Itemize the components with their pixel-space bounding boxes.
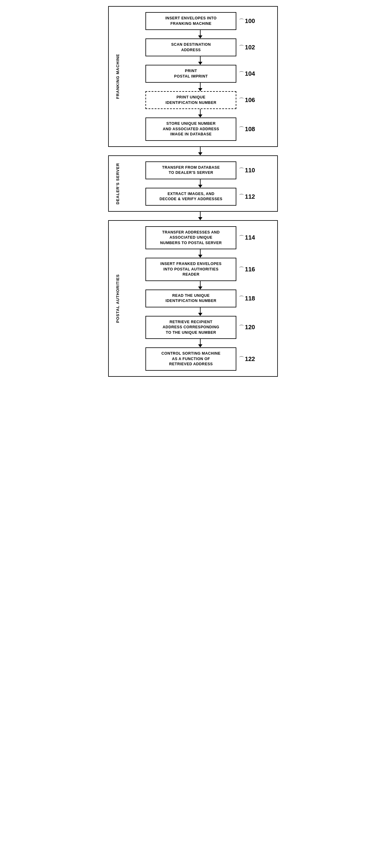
section-dealers-server: DEALER'S SERVERTRANSFER FROM DATABASE TO… [108, 155, 278, 212]
arrow-down [198, 185, 202, 188]
step-box-step-122: CONTROL SORTING MACHINE AS A FUNCTION OF… [145, 347, 236, 371]
step-ref-step-114: ⌒114 [239, 234, 255, 241]
connector-line [200, 281, 201, 286]
connector-line [200, 109, 201, 115]
step-number-step-108: 108 [245, 126, 255, 133]
connector-arrow [126, 179, 274, 188]
step-wrapper-step-120: RETRIEVE RECIPIENT ADDRESS CORRESPONDING… [126, 316, 274, 339]
connector-line [200, 212, 201, 217]
arrow-down [198, 217, 202, 220]
step-box-step-102: SCAN DESTINATION ADDRESS [145, 38, 236, 56]
tilde-icon: ⌒ [239, 44, 244, 51]
tilde-icon: ⌒ [239, 266, 244, 273]
connector-line [200, 307, 201, 313]
tilde-icon: ⌒ [239, 18, 244, 25]
step-ref-step-102: ⌒102 [239, 44, 255, 51]
step-box-step-120: RETRIEVE RECIPIENT ADDRESS CORRESPONDING… [145, 316, 236, 339]
step-box-step-118: READ THE UNIQUE IDENTIFICATION NUMBER [145, 289, 236, 307]
step-number-step-110: 110 [245, 167, 255, 174]
step-ref-step-110: ⌒110 [239, 166, 255, 174]
tilde-icon: ⌒ [239, 97, 244, 104]
connector-arrow [126, 83, 274, 91]
step-box-step-100: INSERT ENVELOPES INTO FRANKING MACHINE [145, 12, 236, 30]
steps-column-postal-authorities: TRANSFER ADDRESSES AND ASSOCIATED UNIQUE… [126, 226, 274, 371]
connector-arrow [126, 56, 274, 65]
step-wrapper-step-102: SCAN DESTINATION ADDRESS⌒102 [126, 38, 274, 56]
step-number-step-116: 116 [245, 266, 255, 273]
step-ref-step-100: ⌒100 [239, 18, 255, 25]
step-wrapper-step-122: CONTROL SORTING MACHINE AS A FUNCTION OF… [126, 347, 274, 371]
connector-arrow [126, 307, 274, 316]
arrow-down [198, 115, 202, 118]
step-wrapper-step-104: PRINT POSTAL IMPRINT⌒104 [126, 65, 274, 83]
step-wrapper-step-106: PRINT UNIQUE IDENTIFICATION NUMBER⌒106 [126, 91, 274, 109]
between-section-connector [108, 147, 278, 155]
step-ref-step-106: ⌒106 [239, 97, 255, 104]
arrow-down [198, 88, 202, 91]
step-box-step-112: EXTRACT IMAGES, AND DECODE & VERIFY ADDR… [145, 188, 236, 206]
tilde-icon: ⌒ [239, 295, 244, 302]
step-number-step-112: 112 [245, 193, 255, 200]
step-wrapper-step-110: TRANSFER FROM DATABASE TO DEALER'S SERVE… [126, 161, 274, 179]
connector-line [200, 83, 201, 88]
step-box-step-104: PRINT POSTAL IMPRINT [145, 65, 236, 83]
tilde-icon: ⌒ [239, 234, 244, 241]
connector-arrow [126, 109, 274, 118]
tilde-icon: ⌒ [239, 193, 244, 200]
step-box-step-110: TRANSFER FROM DATABASE TO DEALER'S SERVE… [145, 161, 236, 179]
step-number-step-118: 118 [245, 295, 255, 302]
arrow-down [198, 286, 202, 289]
step-ref-step-118: ⌒118 [239, 295, 255, 302]
step-ref-step-120: ⌒120 [239, 324, 255, 331]
connector-line [200, 147, 201, 152]
step-box-step-106: PRINT UNIQUE IDENTIFICATION NUMBER [145, 91, 236, 109]
step-ref-step-104: ⌒104 [239, 70, 255, 78]
step-number-step-114: 114 [245, 234, 255, 241]
tilde-icon: ⌒ [239, 324, 244, 331]
tilde-icon: ⌒ [239, 166, 244, 174]
section-franking-machine: FRANKING MACHINEINSERT ENVELOPES INTO FR… [108, 6, 278, 147]
connector-line [200, 56, 201, 62]
section-label-franking-machine: FRANKING MACHINE [112, 12, 123, 141]
step-number-step-106: 106 [245, 97, 255, 103]
step-wrapper-step-116: INSERT FRANKED ENVELOPES INTO POSTAL AUT… [126, 258, 274, 281]
step-wrapper-step-112: EXTRACT IMAGES, AND DECODE & VERIFY ADDR… [126, 188, 274, 206]
step-ref-step-112: ⌒112 [239, 193, 255, 200]
arrow-down [198, 35, 202, 38]
step-number-step-122: 122 [245, 355, 255, 363]
tilde-icon: ⌒ [239, 125, 244, 133]
arrow-down [198, 62, 202, 65]
step-wrapper-step-100: INSERT ENVELOPES INTO FRANKING MACHINE⌒1… [126, 12, 274, 30]
connector-line [200, 179, 201, 185]
connector-arrow [126, 281, 274, 289]
step-ref-step-108: ⌒108 [239, 125, 255, 133]
step-box-step-108: STORE UNIQUE NUMBER AND ASSOCIATED ADDRE… [145, 118, 236, 141]
steps-column-dealers-server: TRANSFER FROM DATABASE TO DEALER'S SERVE… [126, 161, 274, 206]
connector-arrow [126, 249, 274, 258]
between-section-connector [108, 212, 278, 220]
step-number-step-120: 120 [245, 324, 255, 331]
section-postal-authorities: POSTAL AUTHORITIESTRANSFER ADDRESSES AND… [108, 220, 278, 377]
connector-arrow [126, 339, 274, 347]
arrow-down [198, 313, 202, 316]
tilde-icon: ⌒ [239, 70, 244, 78]
arrow-down [198, 344, 202, 347]
steps-column-franking-machine: INSERT ENVELOPES INTO FRANKING MACHINE⌒1… [126, 12, 274, 141]
connector-line [200, 249, 201, 255]
arrow-down [198, 255, 202, 258]
step-wrapper-step-108: STORE UNIQUE NUMBER AND ASSOCIATED ADDRE… [126, 118, 274, 141]
section-label-dealers-server: DEALER'S SERVER [112, 161, 123, 206]
step-wrapper-step-118: READ THE UNIQUE IDENTIFICATION NUMBER⌒11… [126, 289, 274, 307]
step-number-step-104: 104 [245, 70, 255, 77]
connector-line [200, 339, 201, 344]
arrow-down [198, 152, 202, 155]
step-ref-step-116: ⌒116 [239, 266, 255, 273]
tilde-icon: ⌒ [239, 355, 244, 363]
section-label-postal-authorities: POSTAL AUTHORITIES [112, 226, 123, 371]
main-diagram: FRANKING MACHINEINSERT ENVELOPES INTO FR… [108, 6, 278, 377]
step-number-step-100: 100 [245, 18, 255, 25]
connector-line [200, 30, 201, 35]
step-box-step-116: INSERT FRANKED ENVELOPES INTO POSTAL AUT… [145, 258, 236, 281]
step-ref-step-122: ⌒122 [239, 355, 255, 363]
connector-arrow [126, 30, 274, 38]
